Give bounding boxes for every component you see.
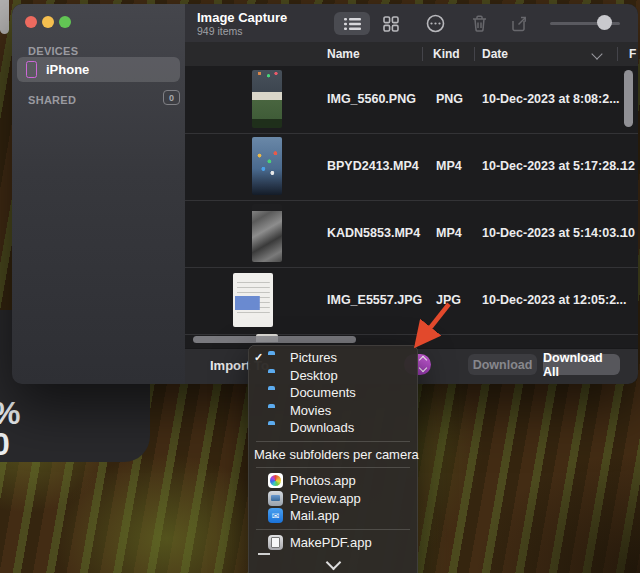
thumbnail-size-slider-thumb[interactable]: [597, 15, 612, 30]
checkmark-icon: ✓: [254, 351, 268, 364]
iphone-icon: [26, 61, 37, 78]
file-kind: JPG: [436, 293, 461, 307]
file-date: 10-Dec-2023 at 12:05:2...: [482, 293, 627, 307]
ellipsis-circle-icon: [426, 14, 445, 33]
column-divider: [422, 47, 423, 61]
file-name: IMG_5560.PNG: [327, 92, 416, 106]
zoom-window-button[interactable]: [59, 16, 71, 28]
menu-item-desktop[interactable]: Desktop: [248, 367, 418, 385]
menu-item-partial: [258, 553, 270, 555]
menu-item-mail-app[interactable]: ✉ Mail.app: [248, 507, 418, 525]
item-count-label: 949 items: [197, 25, 243, 37]
scroll-more-chevron-down-icon[interactable]: [325, 555, 341, 571]
file-kind: MP4: [436, 226, 462, 240]
file-list: IMG_5560.PNG PNG 10-Dec-2023 at 8:08:2..…: [185, 66, 638, 348]
shared-section-label: SHARED: [28, 94, 76, 106]
menu-separator: [256, 529, 410, 530]
menu-item-downloads[interactable]: Downloads: [248, 419, 418, 437]
popup-chevrons-icon: [420, 357, 426, 371]
column-header-date[interactable]: Date: [482, 47, 508, 61]
preview-app-icon: [268, 491, 283, 506]
photos-app-icon: [268, 473, 283, 488]
delete-button[interactable]: [467, 12, 491, 35]
file-thumbnail: [252, 70, 282, 128]
file-date: 10-Dec-2023 at 5:14:03...: [482, 226, 627, 240]
file-size: 12: [621, 159, 635, 173]
column-divider: [617, 47, 618, 61]
menu-separator: [256, 441, 410, 442]
list-view-button[interactable]: [334, 12, 370, 35]
close-window-button[interactable]: [25, 16, 37, 28]
page-title: Image Capture: [197, 10, 287, 25]
table-header: Name Kind Date F: [185, 42, 638, 67]
screen: % 0 DEVICES iPhone SHARED 0 Image Captur…: [0, 0, 640, 573]
image-capture-window: DEVICES iPhone SHARED 0 Image Capture 94…: [12, 4, 638, 384]
devices-section-label: DEVICES: [28, 45, 78, 57]
file-kind: MP4: [436, 159, 462, 173]
minimize-window-button[interactable]: [42, 16, 54, 28]
file-date: 10-Dec-2023 at 8:08:2...: [482, 92, 620, 106]
horizontal-scrollbar[interactable]: [193, 336, 356, 343]
column-header-name[interactable]: Name: [327, 47, 360, 61]
import-destination-menu: ✓ Pictures Desktop Documents Movies Down…: [248, 345, 418, 573]
column-header-size[interactable]: F: [629, 47, 636, 61]
sidebar-item-iphone[interactable]: iPhone: [17, 57, 180, 82]
file-kind: PNG: [436, 92, 463, 106]
file-thumbnail: [252, 204, 282, 262]
sort-chevron-down-icon[interactable]: [591, 48, 602, 59]
device-name-label: iPhone: [46, 62, 89, 77]
vertical-scrollbar[interactable]: [624, 70, 633, 127]
table-row[interactable]: IMG_E5557.JPG JPG 10-Dec-2023 at 12:05:2…: [185, 267, 638, 335]
trash-icon: [472, 15, 487, 32]
column-header-kind[interactable]: Kind: [433, 47, 460, 61]
grid-view-button[interactable]: [379, 12, 403, 35]
menu-item-preview-app[interactable]: Preview.app: [248, 490, 418, 508]
export-button[interactable]: [507, 12, 531, 35]
menu-separator: [256, 467, 410, 468]
menu-item-makepdf-app[interactable]: MakePDF.app: [248, 534, 418, 552]
file-name: IMG_E5557.JPG: [327, 293, 422, 307]
column-divider: [474, 47, 475, 61]
file-size: 10: [621, 226, 635, 240]
shared-count-badge: 0: [163, 90, 180, 105]
menu-item-make-subfolders[interactable]: Make subfolders per camera: [248, 446, 418, 464]
main-pane: Image Capture 949 items: [185, 4, 638, 384]
sidebar: DEVICES iPhone SHARED 0: [12, 4, 186, 384]
makepdf-app-icon: [268, 535, 283, 550]
file-thumbnail: [252, 137, 282, 195]
download-all-button[interactable]: Download All: [543, 354, 620, 375]
file-date: 10-Dec-2023 at 5:17:28...: [482, 159, 627, 173]
menu-item-pictures[interactable]: ✓ Pictures: [248, 349, 418, 367]
table-row[interactable]: IMG_5560.PNG PNG 10-Dec-2023 at 8:08:2..…: [185, 66, 638, 134]
table-row[interactable]: BPYD2413.MP4 MP4 10-Dec-2023 at 5:17:28.…: [185, 133, 638, 201]
menu-item-movies[interactable]: Movies: [248, 402, 418, 420]
window-header: Image Capture 949 items: [185, 4, 638, 43]
mail-app-icon: ✉: [268, 508, 283, 523]
background-window-sliver: [0, 0, 9, 34]
list-view-icon: [344, 17, 361, 31]
file-name: BPYD2413.MP4: [327, 159, 419, 173]
more-options-button[interactable]: [423, 12, 447, 35]
export-icon: [511, 15, 528, 32]
file-name: KADN5853.MP4: [327, 226, 420, 240]
background-window-partial-text: % 0: [0, 398, 20, 460]
menu-item-photos-app[interactable]: Photos.app: [248, 472, 418, 490]
file-thumbnail: [233, 273, 273, 327]
table-row[interactable]: KADN5853.MP4 MP4 10-Dec-2023 at 5:14:03.…: [185, 200, 638, 268]
grid-view-icon: [383, 16, 399, 32]
download-button[interactable]: Download: [468, 354, 537, 375]
menu-item-documents[interactable]: Documents: [248, 384, 418, 402]
